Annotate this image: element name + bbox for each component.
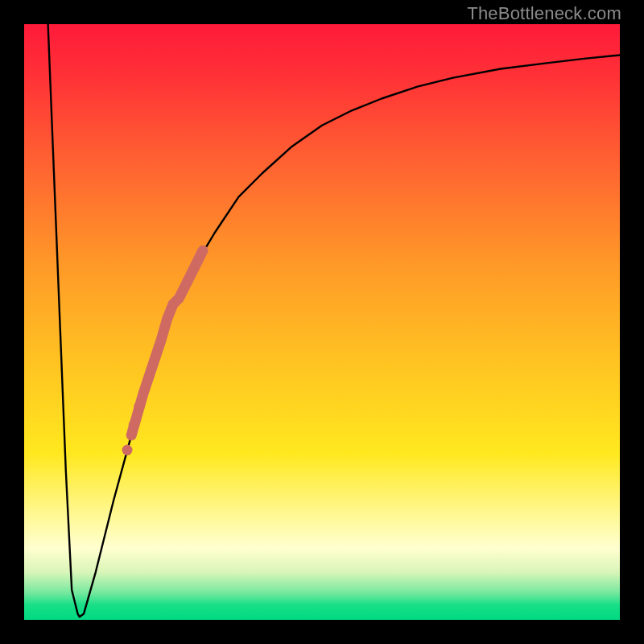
curve-layer <box>24 24 620 620</box>
chart-frame: TheBottleneck.com <box>0 0 644 644</box>
highlighted-markers <box>122 402 145 456</box>
highlight-marker <box>134 402 144 412</box>
highlight-marker <box>122 445 133 456</box>
highlight-marker <box>129 420 139 431</box>
bottleneck-curve <box>48 24 620 617</box>
watermark-text: TheBottleneck.com <box>467 3 621 24</box>
plot-area <box>24 24 620 620</box>
